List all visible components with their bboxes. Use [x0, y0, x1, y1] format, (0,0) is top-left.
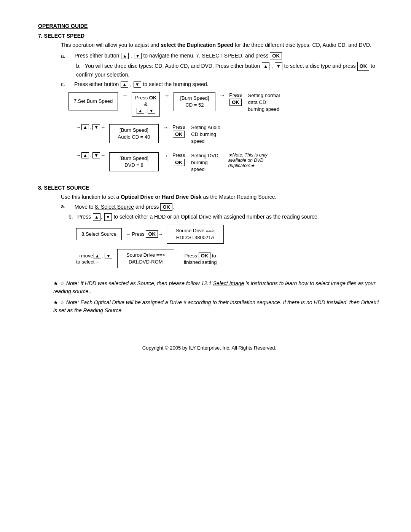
press-ok-cd: Press OK — [229, 92, 242, 106]
step-c: c. Press either button ▲ , ▼ to select t… — [61, 81, 381, 88]
nav-arrow-audiocd: →▲, ▼→ — [76, 124, 105, 130]
section-7-title: 7. SELECT SPEED — [38, 33, 381, 39]
press-ok-dvd: Press OK — [172, 152, 185, 166]
diagram-row-source-2: →move▲, ▼to select→ Source Drive ==> D#1… — [76, 249, 381, 268]
diagram-row-cd: 7.Set Burn Speed → Press OK & ▲, ▼ → [Bu… — [68, 92, 381, 117]
diagram-row-audiocd: →▲, ▼→ [Burn Speed] Audio CD = 40 → Pres… — [76, 124, 381, 145]
page-content: OPERATING GUIDE 7. SELECT SPEED This ope… — [38, 23, 381, 351]
section-8-title: 8. SELECT SOURCE — [38, 185, 381, 191]
footer: Copyright © 2005 by ILY Enterprise, Inc.… — [38, 345, 381, 351]
diagram-row-source-1: 8.Select Source → Press OK→ Source Drive… — [76, 225, 381, 244]
source-drive-dvd-box: Source Drive ==> D#1:DVD-ROM — [117, 249, 174, 268]
burn-speed-cd-box: [Burn Speed] CD = 52 — [174, 92, 215, 111]
dvd-note: ★Note: This is onlyavailable on DVDdupli… — [228, 152, 268, 168]
note-1: ★ ☆ Note: If HDD was selected as Source,… — [53, 280, 381, 296]
section-8-intro: Use this function to set a Optical Drive… — [61, 193, 381, 201]
section-7: 7. SELECT SPEED This operation will allo… — [38, 33, 381, 173]
burn-speed-dvd-box: [Burn Speed] DVD = 8 — [109, 152, 159, 171]
section8-step-a: a. Move to 8. Select Source and press OK… — [61, 203, 381, 211]
note-2: ★ ☆ Note: Each Optical Drive will be ass… — [53, 299, 381, 315]
nav-arrow-dvd: →▲, ▼→ — [76, 152, 105, 158]
section8-step-b: b. Press ▲, ▼ to select either a HDD or … — [68, 213, 381, 221]
section-8-diagram: 8.Select Source → Press OK→ Source Drive… — [76, 225, 381, 268]
press-ok-group-cd: Press OK & ▲, ▼ — [132, 92, 160, 117]
set-burn-speed-box: 7.Set Burn Speed — [68, 92, 118, 110]
setting-cd-text: Setting normaldata CDburning speed — [248, 92, 280, 113]
setting-audiocd-text: Setting AudioCD burningspeed — [191, 124, 220, 145]
source-drive-hdd-box: Source Drive ==> HDD:ST380021A — [167, 225, 224, 244]
move-keys: →move▲, ▼to select→ — [76, 253, 113, 265]
select-source-box: 8.Select Source — [76, 228, 122, 240]
notes-section: ★ ☆ Note: If HDD was selected as Source,… — [53, 280, 381, 315]
section-7-diagram: 7.Set Burn Speed → Press OK & ▲, ▼ → [Bu… — [68, 92, 381, 173]
diagram-row-dvd: →▲, ▼→ [Burn Speed] DVD = 8 → Press OK S… — [76, 152, 381, 173]
step-a: a. Press either button ▲ , ▼ to navigate… — [61, 52, 381, 59]
burn-speed-audiocd-box: [Burn Speed] Audio CD = 40 — [109, 124, 159, 143]
step-b: b. You will see three disc types: CD, Au… — [76, 62, 381, 79]
section-title: OPERATING GUIDE — [38, 23, 381, 29]
section-8: 8. SELECT SOURCE Use this function to se… — [38, 185, 381, 315]
section-7-intro: This operation will allow you to adjust … — [61, 41, 381, 49]
press-ok-audiocd: Press OK — [172, 124, 185, 138]
setting-dvd-text: Setting DVDburningspeed — [191, 152, 218, 173]
